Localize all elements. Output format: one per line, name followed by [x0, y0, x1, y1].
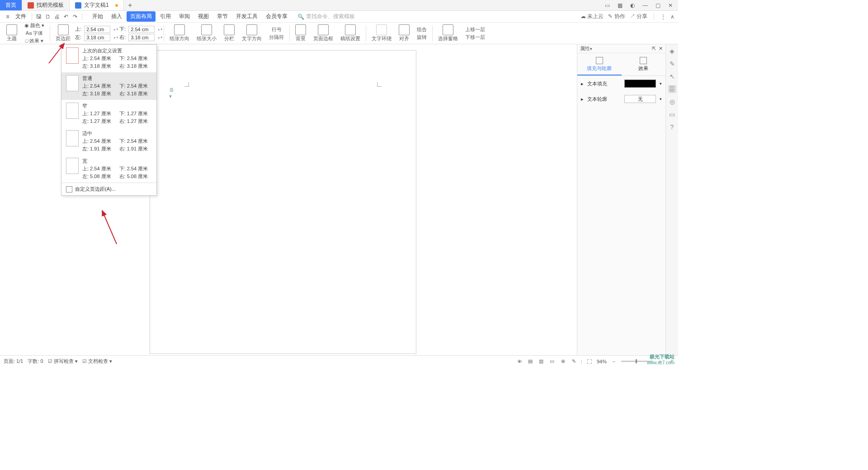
- margin-preset-normal[interactable]: 普通 上: 2.54 厘米下: 2.54 厘米 左: 3.18 厘米右: 3.1…: [61, 72, 156, 100]
- document-page[interactable]: 🗎▾: [150, 51, 416, 353]
- file-menu[interactable]: 文件: [15, 13, 26, 20]
- fullscreen-icon[interactable]: ⤢: [667, 358, 675, 365]
- papersize-button[interactable]: 纸张大小: [194, 23, 219, 44]
- tab-effects[interactable]: 效果: [622, 53, 666, 75]
- more-icon[interactable]: ⋮: [660, 14, 666, 20]
- view-page-icon[interactable]: ▤: [527, 358, 534, 365]
- expand-icon[interactable]: ▸: [581, 81, 584, 87]
- lineno-dropdown[interactable]: 行号: [272, 26, 282, 33]
- orientation-button[interactable]: 纸张方向: [167, 23, 192, 44]
- spinner[interactable]: ▲▼: [113, 36, 117, 39]
- panel-pin-icon[interactable]: ⇱: [652, 46, 656, 52]
- align-button[interactable]: 对齐: [396, 23, 412, 44]
- side-pen-icon[interactable]: ✎: [668, 60, 676, 68]
- view-read-icon[interactable]: ▭: [548, 358, 556, 365]
- save-icon[interactable]: 🖫: [35, 13, 43, 21]
- view-outline-icon[interactable]: ▥: [538, 358, 545, 365]
- redo-icon[interactable]: ↷: [71, 13, 79, 21]
- share-button[interactable]: ↗ 分享: [630, 13, 647, 20]
- reading-layout-icon[interactable]: ▭: [603, 1, 611, 9]
- mtab-insert[interactable]: 插入: [108, 11, 126, 22]
- view-web-icon[interactable]: ⊕: [559, 358, 566, 365]
- mtab-view[interactable]: 视图: [194, 11, 212, 22]
- effect-dropdown[interactable]: □ 效果 ▾: [25, 38, 44, 44]
- fit-width-icon[interactable]: ⛶: [586, 358, 593, 365]
- zoom-slider[interactable]: [621, 361, 653, 362]
- collapse-ribbon-icon[interactable]: ∧: [670, 14, 675, 20]
- tab-add-button[interactable]: +: [124, 0, 137, 10]
- margin-left-input[interactable]: 3.18 cm: [84, 34, 110, 41]
- zoom-in-button[interactable]: +: [656, 358, 664, 365]
- side-sliders-icon[interactable]: ☰: [668, 85, 676, 93]
- eye-icon[interactable]: 👁: [516, 358, 523, 365]
- text-outline-select[interactable]: 无: [624, 95, 656, 103]
- margin-bot-input[interactable]: 2.54 cm: [128, 26, 155, 33]
- spinner[interactable]: ▲▼: [157, 36, 161, 39]
- margin-preset-narrow[interactable]: 窄 上: 1.27 厘米下: 1.27 厘米 左: 1.27 厘米右: 1.27…: [61, 100, 156, 127]
- command-search[interactable]: 🔍 查找命令、搜索模板: [297, 13, 355, 20]
- separator: [432, 25, 433, 42]
- margin-preset-wide[interactable]: 宽 上: 2.54 厘米下: 2.54 厘米 左: 5.08 厘米右: 5.08…: [61, 155, 156, 183]
- mtab-review[interactable]: 审阅: [175, 11, 193, 22]
- grid-apps-icon[interactable]: ▦: [616, 1, 624, 9]
- panel-close-icon[interactable]: ✕: [659, 46, 663, 52]
- line-break-group: 行号 分隔符: [266, 23, 287, 44]
- margin-right-input[interactable]: 3.18 cm: [128, 34, 155, 41]
- font-dropdown[interactable]: Aa 字体: [26, 30, 43, 37]
- margin-preset-last-custom[interactable]: 上次的自定义设置 上: 2.54 厘米下: 2.54 厘米 左: 3.18 厘米…: [61, 45, 156, 72]
- columns-button[interactable]: 分栏: [221, 23, 237, 44]
- collab-button[interactable]: ✎ 协作: [608, 13, 625, 20]
- skin-icon[interactable]: ◐: [628, 1, 637, 9]
- zoom-value[interactable]: 94%: [597, 359, 607, 364]
- status-words[interactable]: 字数: 0: [28, 358, 43, 365]
- margin-top-input[interactable]: 2.54 cm: [84, 26, 110, 33]
- breaks-dropdown[interactable]: 分隔符: [269, 34, 284, 41]
- status-spellcheck[interactable]: ☑ 拼写检查 ▾: [48, 358, 78, 365]
- tab-home[interactable]: 首页: [0, 0, 22, 10]
- theme-button[interactable]: 主题: [4, 23, 20, 44]
- mtab-developer[interactable]: 开发工具: [232, 11, 261, 22]
- tab-fill-outline[interactable]: 填充与轮廓: [577, 53, 622, 75]
- tab-document[interactable]: 文字文稿1: [70, 0, 124, 10]
- custom-margins-button[interactable]: 自定义页边距(A)...: [61, 183, 156, 195]
- view-draft-icon[interactable]: ✎: [570, 358, 577, 365]
- background-button[interactable]: 背景: [292, 23, 309, 44]
- expand-icon[interactable]: ▸: [581, 96, 584, 102]
- dropdown-caret-icon[interactable]: ▾: [660, 81, 662, 86]
- mtab-references[interactable]: 引用: [156, 11, 175, 22]
- grid-button[interactable]: 稿纸设置: [338, 23, 363, 44]
- side-arrow-icon[interactable]: ↖: [668, 72, 676, 80]
- pageborder-button[interactable]: 页面边框: [311, 23, 336, 44]
- zoom-out-button[interactable]: −: [610, 358, 618, 365]
- text-fill-color[interactable]: [624, 80, 656, 88]
- menu-hamburger-icon[interactable]: ≡: [4, 13, 12, 21]
- color-dropdown[interactable]: ◉ 颜色 ▾: [24, 22, 44, 29]
- mtab-section[interactable]: 章节: [213, 11, 231, 22]
- side-diamond-icon[interactable]: ◈: [668, 47, 676, 55]
- dropdown-caret-icon[interactable]: ▾: [660, 97, 662, 101]
- side-book-icon[interactable]: ▭: [668, 110, 676, 118]
- minimize-button[interactable]: —: [641, 1, 649, 9]
- mtab-pagelayout[interactable]: 页面布局: [127, 11, 156, 22]
- undo-icon[interactable]: ↶: [62, 13, 70, 21]
- mtab-member[interactable]: 会员专享: [262, 11, 291, 22]
- mtab-start[interactable]: 开始: [89, 11, 107, 22]
- print-preview-icon[interactable]: 🗋: [44, 13, 52, 21]
- word-icon: [75, 2, 81, 9]
- spinner[interactable]: ▲▼: [157, 28, 161, 31]
- margin-preset-moderate[interactable]: 适中 上: 2.54 厘米下: 2.54 厘米 左: 1.91 厘米右: 1.9…: [61, 127, 156, 155]
- maximize-button[interactable]: ▢: [654, 1, 662, 9]
- cloud-status[interactable]: ☁ 未上云: [580, 13, 604, 20]
- side-location-icon[interactable]: ◎: [668, 98, 676, 106]
- margins-button[interactable]: 页边距: [53, 23, 73, 44]
- selection-pane-button[interactable]: 选择窗格: [435, 23, 461, 44]
- tab-docer[interactable]: 找稻壳模板: [22, 0, 70, 10]
- textdirection-button[interactable]: 文字方向: [239, 23, 264, 44]
- close-button[interactable]: ✕: [666, 1, 675, 9]
- search-placeholder: 查找命令、搜索模板: [306, 13, 355, 20]
- status-page[interactable]: 页面: 1/1: [4, 358, 23, 365]
- side-help-icon[interactable]: ?: [668, 123, 676, 131]
- status-doccheck[interactable]: ☑ 文档检查 ▾: [82, 358, 112, 365]
- spinner[interactable]: ▲▼: [113, 28, 117, 31]
- print-icon[interactable]: 🖨: [53, 13, 61, 21]
